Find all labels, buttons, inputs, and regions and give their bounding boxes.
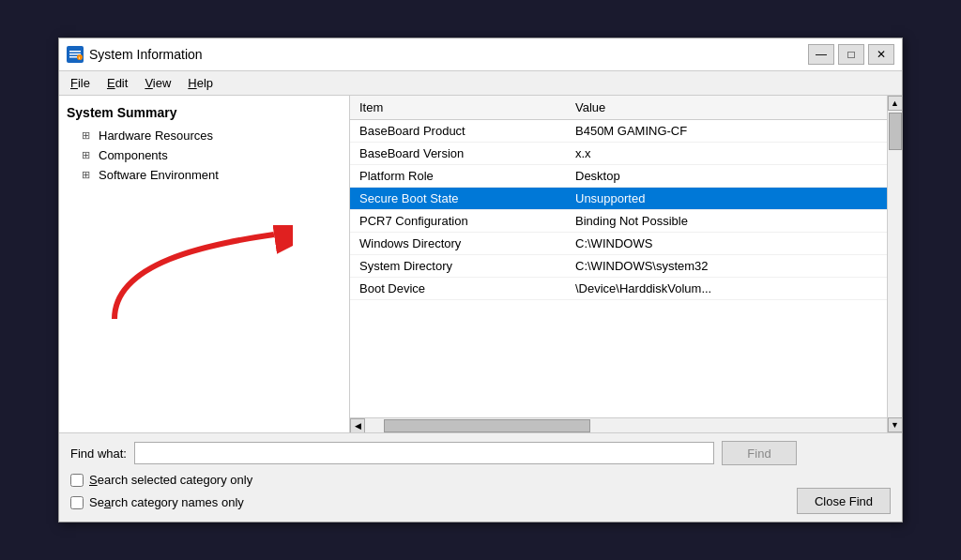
table-row[interactable]: Secure Boot StateUnsupported [350, 188, 887, 210]
svg-rect-1 [69, 51, 81, 53]
table-cell-value: C:\WINDOWS [566, 233, 887, 255]
scroll-thumb[interactable] [889, 113, 902, 150]
expand-icon-software: ⊞ [82, 169, 95, 181]
table-cell-value: Unsupported [566, 188, 887, 210]
svg-text:i: i [79, 55, 80, 60]
info-table: Item Value BaseBoard ProductB450M GAMING… [350, 96, 887, 300]
table-cell-item: Platform Role [350, 165, 566, 188]
checkbox-selected-category: Search selected category only [70, 473, 797, 487]
checkbox-category-names-input[interactable] [70, 496, 84, 509]
window-title: System Information [89, 47, 203, 62]
checkbox-selected-category-label: Search selected category only [89, 473, 252, 487]
maximize-button[interactable]: □ [838, 44, 864, 65]
menu-file[interactable]: File [63, 73, 98, 93]
table-cell-item: PCR7 Configuration [350, 210, 566, 233]
table-cell-value: Desktop [566, 165, 887, 188]
col-header-item: Item [350, 96, 566, 120]
table-scroll-area[interactable]: Item Value BaseBoard ProductB450M GAMING… [350, 96, 902, 417]
checkbox-category-names: Search category names only [70, 495, 797, 509]
menu-view[interactable]: View [137, 73, 178, 93]
table-row[interactable]: System DirectoryC:\WINDOWS\system32 [350, 255, 887, 278]
table-cell-value: C:\WINDOWS\system32 [566, 255, 887, 278]
right-panel: Item Value BaseBoard ProductB450M GAMING… [350, 96, 902, 432]
find-what-label: Find what: [70, 446, 127, 461]
table-row[interactable]: BaseBoard ProductB450M GAMING-CF [350, 120, 887, 143]
table-cell-value: Binding Not Possible [566, 210, 887, 233]
svg-rect-3 [69, 56, 77, 58]
table-row[interactable]: PCR7 ConfigurationBinding Not Possible [350, 210, 887, 233]
main-content: System Summary ⊞ Hardware Resources ⊞ Co… [59, 96, 902, 433]
table-cell-item: Boot Device [350, 278, 566, 300]
menu-help[interactable]: Help [180, 73, 221, 93]
col-header-value: Value [566, 96, 887, 120]
scroll-left-arrow[interactable]: ◀ [350, 418, 365, 433]
checkbox-category-names-label: Search category names only [89, 495, 244, 509]
horiz-thumb-area [365, 418, 887, 433]
horizontal-scrollbar[interactable]: ◀ ▶ [350, 417, 902, 432]
close-find-button[interactable]: Close Find [797, 488, 891, 514]
tree-item-components[interactable]: ⊞ Components [59, 145, 349, 165]
minimize-button[interactable]: — [808, 44, 834, 65]
table-cell-item: BaseBoard Product [350, 120, 566, 143]
table-cell-item: Windows Directory [350, 233, 566, 255]
title-bar: i System Information — □ ✕ [59, 38, 902, 71]
scroll-down-arrow[interactable]: ▼ [888, 417, 903, 432]
table-row[interactable]: BaseBoard Versionx.x [350, 143, 887, 165]
find-button[interactable]: Find [722, 441, 797, 465]
table-cell-item: Secure Boot State [350, 188, 566, 210]
table-cell-item: BaseBoard Version [350, 143, 566, 165]
app-icon: i [67, 46, 84, 63]
expand-icon-components: ⊞ [82, 149, 95, 161]
expand-icon: ⊞ [82, 129, 95, 142]
menu-bar: File Edit View Help [59, 71, 902, 96]
table-row[interactable]: Boot Device\Device\HarddiskVolum... [350, 278, 887, 300]
table-cell-value: x.x [566, 143, 887, 165]
left-panel: System Summary ⊞ Hardware Resources ⊞ Co… [59, 96, 350, 432]
vertical-scrollbar[interactable]: ▲ ▼ [887, 96, 902, 432]
find-row: Find what: Find [70, 441, 797, 465]
bottom-area: Find what: Find Search selected category… [59, 433, 902, 522]
menu-edit[interactable]: Edit [99, 73, 135, 93]
checkbox-options: Search selected category only Search cat… [70, 473, 797, 514]
find-input[interactable] [134, 442, 714, 464]
table-row[interactable]: Platform RoleDesktop [350, 165, 887, 188]
table-cell-value: B450M GAMING-CF [566, 120, 887, 143]
tree-root-system-summary[interactable]: System Summary [59, 99, 349, 126]
scroll-thumb-area [888, 111, 903, 417]
horiz-thumb[interactable] [384, 419, 590, 432]
checkbox-selected-category-input[interactable] [70, 474, 84, 487]
close-button[interactable]: ✕ [868, 44, 894, 65]
window-controls: — □ ✕ [808, 44, 894, 65]
table-row[interactable]: Windows DirectoryC:\WINDOWS [350, 233, 887, 255]
tree-item-hardware-resources[interactable]: ⊞ Hardware Resources [59, 126, 349, 145]
tree-item-software-environment[interactable]: ⊞ Software Environment [59, 165, 349, 185]
table-cell-item: System Directory [350, 255, 566, 278]
scroll-up-arrow[interactable]: ▲ [888, 96, 903, 111]
find-controls: Find what: Find Search selected category… [70, 441, 891, 514]
table-cell-value: \Device\HarddiskVolum... [566, 278, 887, 300]
